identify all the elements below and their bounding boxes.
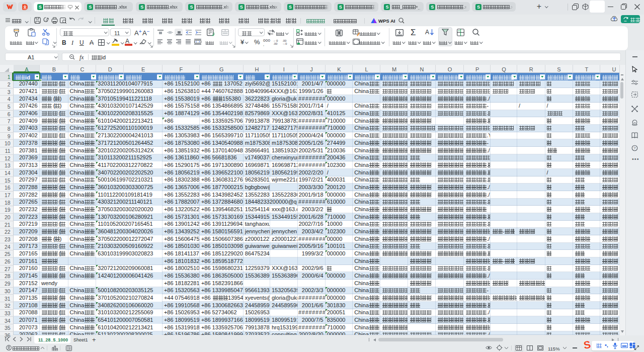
svg-text:→0: →0 bbox=[282, 42, 287, 45]
svg-text:.00: .00 bbox=[273, 42, 278, 45]
svg-text:?: ? bbox=[633, 146, 636, 150]
